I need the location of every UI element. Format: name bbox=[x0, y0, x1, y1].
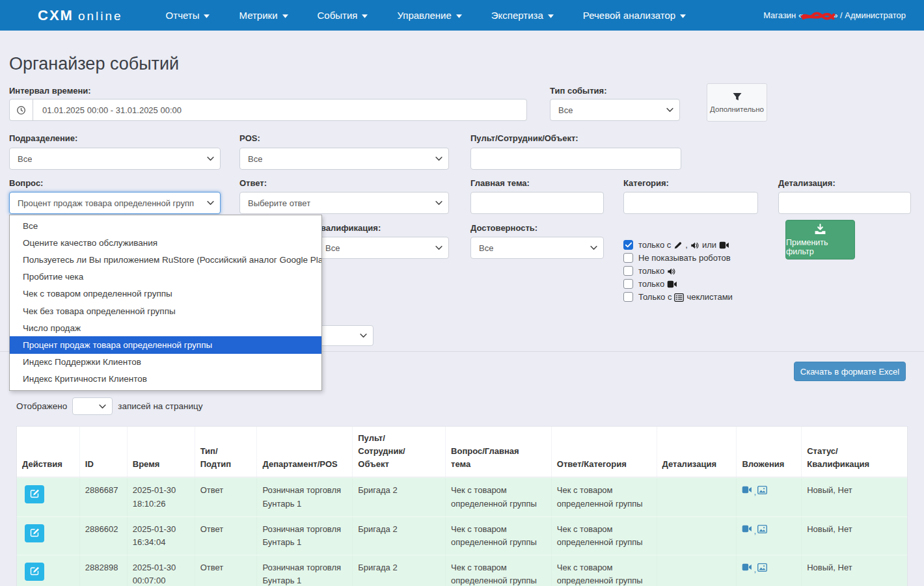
brand-logo[interactable]: CXM online bbox=[38, 7, 123, 24]
chevron-down-icon bbox=[435, 246, 442, 250]
nav-item-label: Управление bbox=[397, 10, 451, 21]
caret-down-icon bbox=[680, 14, 686, 18]
nav-item-6[interactable]: Речевой анализатор bbox=[583, 10, 686, 21]
video-icon bbox=[719, 241, 729, 249]
event-type-select[interactable]: Все bbox=[550, 99, 680, 121]
division-select[interactable]: Все bbox=[9, 148, 221, 170]
account-info[interactable]: Магазин « » / Администратор bbox=[763, 10, 906, 20]
dropdown-option-3[interactable]: Пользуетесь ли Вы приложением RuStore (Р… bbox=[10, 251, 321, 268]
confidence-label: Достоверность: bbox=[470, 223, 537, 233]
checkbox-label-text: чеклистами bbox=[686, 292, 732, 302]
column-header-1: Действия bbox=[17, 427, 80, 477]
category-input[interactable] bbox=[623, 192, 758, 214]
excel-export-button[interactable]: Скачать в формате Excel bbox=[794, 362, 906, 381]
chevron-down-icon bbox=[99, 404, 106, 408]
per-page-control: Отображено записей на страницу bbox=[16, 397, 203, 415]
checklist-icon bbox=[674, 293, 684, 302]
time-cell: 2025-01-30 18:10:26 bbox=[128, 478, 195, 516]
nav-item-1[interactable]: Отчеты bbox=[166, 10, 210, 21]
per-page-select[interactable] bbox=[72, 397, 113, 415]
checkbox-label: только bbox=[638, 279, 677, 289]
edit-event-button[interactable] bbox=[25, 485, 44, 503]
checkbox-label-text: только bbox=[638, 279, 664, 289]
edit-icon bbox=[30, 488, 40, 500]
answer-cell: Чек с товаром определенной группы bbox=[552, 517, 657, 555]
per-page-suffix: записей на страницу bbox=[118, 401, 202, 411]
answer-cell: Чек с товаром определенной группы bbox=[552, 555, 657, 586]
dropdown-option-7[interactable]: Число продаж bbox=[10, 319, 321, 336]
checkbox-label-text: Не показывать роботов bbox=[638, 253, 731, 263]
column-header-11: Статус/Квалификация bbox=[802, 427, 907, 477]
pos-label: POS: bbox=[239, 133, 260, 143]
filter-checkbox-4[interactable]: только bbox=[623, 277, 733, 290]
question-select[interactable]: Процент продаж товара определенной групп bbox=[9, 192, 221, 214]
video-icon bbox=[742, 486, 752, 494]
dropdown-option-5[interactable]: Чек с товаром определенной группы bbox=[10, 286, 321, 302]
checkbox-label-text: или bbox=[702, 240, 716, 250]
event-type-value: Все bbox=[558, 105, 573, 115]
events-table-header: ДействияIDВремяТип/ПодтипДепартамент/POS… bbox=[17, 427, 907, 477]
dropdown-option-4[interactable]: Пробитие чека bbox=[10, 269, 321, 286]
detail-label: Детализация: bbox=[778, 178, 836, 188]
speaker-icon bbox=[690, 241, 700, 250]
nav-item-label: Речевой анализатор bbox=[583, 10, 675, 21]
qualification-select[interactable]: Все bbox=[317, 237, 449, 259]
dropdown-option-6[interactable]: Чек без товара определенной группы bbox=[10, 302, 321, 319]
status-cell: Новый, Нет bbox=[802, 478, 907, 516]
detail-cell bbox=[657, 517, 737, 555]
column-header-10: Вложения bbox=[737, 427, 802, 477]
nav-item-4[interactable]: Управление bbox=[397, 10, 461, 21]
qualification-value: Все bbox=[325, 243, 340, 253]
filter-checkbox-2[interactable]: Не показывать роботов bbox=[623, 251, 733, 264]
edit-event-button[interactable] bbox=[25, 524, 44, 542]
table-row: 28866022025-01-30 16:34:04ОтветРозничная… bbox=[17, 516, 907, 555]
device-cell: Бригада 2 bbox=[353, 555, 446, 586]
device-input[interactable] bbox=[470, 148, 681, 170]
checkbox-unchecked[interactable] bbox=[623, 292, 633, 302]
device-cell: Бригада 2 bbox=[353, 478, 446, 516]
filter-checkbox-1[interactable]: только с , или bbox=[623, 238, 733, 251]
time-cell: 2025-01-30 16:34:04 bbox=[128, 517, 195, 555]
excel-export-label: Скачать в формате Excel bbox=[800, 367, 899, 377]
account-prefix: Магазин « bbox=[763, 10, 803, 20]
pos-select[interactable]: Все bbox=[239, 148, 449, 170]
chevron-down-icon bbox=[590, 246, 597, 250]
device-label: Пульт/Сотрудник/Объект: bbox=[470, 133, 578, 143]
interval-input[interactable]: 01.01.2025 00:00 - 31.01.2025 00:00 bbox=[9, 99, 527, 121]
question-value: Процент продаж товара определенной групп bbox=[18, 198, 194, 208]
chevron-down-icon bbox=[360, 334, 367, 338]
more-filters-button[interactable]: Дополнительно bbox=[707, 83, 767, 122]
question-dropdown-list: ВсеОцените качество обслуживанияПользует… bbox=[9, 215, 322, 391]
dropdown-option-2[interactable]: Оцените качество обслуживания bbox=[10, 234, 321, 251]
edit-icon bbox=[30, 566, 40, 578]
confidence-select[interactable]: Все bbox=[470, 237, 604, 259]
answer-label: Ответ: bbox=[239, 178, 267, 188]
dropdown-option-8[interactable]: Процент продаж товара определенной групп… bbox=[10, 336, 321, 353]
nav-item-2[interactable]: Метрики bbox=[239, 10, 288, 21]
filter-checkbox-5[interactable]: Только с чеклистами bbox=[623, 290, 733, 303]
nav-item-3[interactable]: События bbox=[318, 10, 368, 21]
nav-menu: ОтчетыМетрикиСобытияУправлениеЭкспертиза… bbox=[166, 10, 686, 21]
nav-item-5[interactable]: Экспертиза bbox=[491, 10, 554, 21]
dropdown-option-10[interactable]: Индекс Критичности Клиентов bbox=[10, 371, 321, 388]
detail-input[interactable] bbox=[778, 192, 911, 214]
checkbox-unchecked[interactable] bbox=[623, 253, 633, 263]
nav-item-label: События bbox=[318, 10, 358, 21]
apply-filter-button[interactable]: Применить фильтр bbox=[785, 220, 855, 260]
main-topic-input[interactable] bbox=[470, 192, 604, 214]
attachment-separator: , bbox=[754, 486, 756, 499]
table-row: 28866872025-01-30 18:10:26ОтветРозничная… bbox=[17, 477, 907, 516]
answer-select[interactable]: Выберите ответ bbox=[239, 192, 449, 214]
filter-checkbox-3[interactable]: только bbox=[623, 264, 733, 277]
department-cell: Розничная торговля Бунтарь 1 bbox=[257, 478, 353, 516]
checkbox-unchecked[interactable] bbox=[623, 279, 633, 289]
attachments-cell: , bbox=[737, 555, 802, 586]
edit-event-button[interactable] bbox=[25, 563, 44, 581]
checkbox-unchecked[interactable] bbox=[623, 266, 633, 276]
checkbox-label-text: , bbox=[685, 240, 688, 250]
dropdown-option-1[interactable]: Все bbox=[10, 217, 321, 234]
checkbox-label: Только с чеклистами bbox=[638, 292, 733, 302]
funnel-icon bbox=[732, 92, 742, 102]
checkbox-checked[interactable] bbox=[623, 240, 633, 250]
dropdown-option-9[interactable]: Индекс Поддержки Клиентов bbox=[10, 354, 321, 371]
